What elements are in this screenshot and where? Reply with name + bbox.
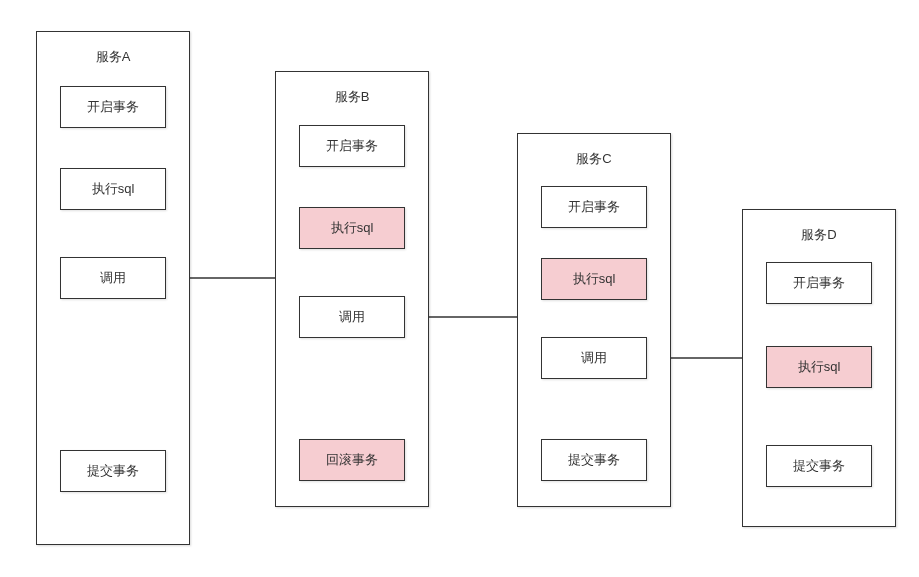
step-B-1: 执行sql: [299, 207, 405, 249]
step-C-0: 开启事务: [541, 186, 647, 228]
step-D-2: 提交事务: [766, 445, 872, 487]
step-C-3: 提交事务: [541, 439, 647, 481]
service-title-C: 服务C: [518, 134, 670, 182]
step-D-0: 开启事务: [766, 262, 872, 304]
step-A-0: 开启事务: [60, 86, 166, 128]
step-A-2: 调用: [60, 257, 166, 299]
service-title-B: 服务B: [276, 72, 428, 120]
step-D-1: 执行sql: [766, 346, 872, 388]
step-B-0: 开启事务: [299, 125, 405, 167]
step-B-3: 回滚事务: [299, 439, 405, 481]
service-title-D: 服务D: [743, 210, 895, 258]
step-A-1: 执行sql: [60, 168, 166, 210]
step-C-2: 调用: [541, 337, 647, 379]
service-title-A: 服务A: [37, 32, 189, 80]
step-B-2: 调用: [299, 296, 405, 338]
step-C-1: 执行sql: [541, 258, 647, 300]
step-A-3: 提交事务: [60, 450, 166, 492]
